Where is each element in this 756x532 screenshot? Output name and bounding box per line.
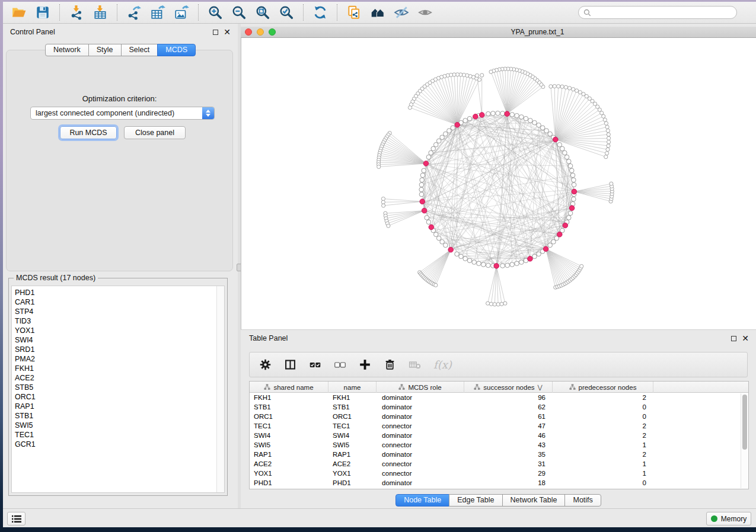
destroy-table-button[interactable] — [409, 358, 421, 371]
tab-style[interactable]: Style — [88, 44, 122, 56]
mcds-result-item[interactable]: RAP1 — [15, 402, 224, 411]
column-header-successor-nodes[interactable]: successor nodes⋁ — [464, 382, 553, 393]
import-table-button[interactable] — [90, 4, 110, 21]
table-cell[interactable]: TEC1 — [250, 421, 328, 431]
table-cell[interactable]: dominator — [377, 478, 464, 488]
zoom-out-button[interactable] — [229, 4, 249, 21]
deselect-all-button[interactable] — [334, 358, 346, 371]
table-cell[interactable]: SWI4 — [250, 431, 328, 440]
network-graph[interactable] — [241, 38, 756, 329]
table-cell[interactable]: 1 — [553, 469, 653, 478]
tab-network[interactable]: Network — [45, 44, 89, 56]
table-row[interactable]: YOX1YOX1connector291 — [250, 469, 748, 478]
table-row[interactable]: SWI5SWI5connector431 — [250, 440, 748, 450]
mcds-result-item[interactable]: TEC1 — [15, 430, 224, 440]
column-header-MCDS-role[interactable]: MCDS role — [377, 382, 464, 393]
table-row[interactable]: ACE2ACE2connector311 — [250, 459, 748, 469]
table-row[interactable]: STB1STB1dominator620 — [250, 402, 748, 412]
memory-button[interactable]: Memory — [706, 512, 751, 525]
table-cell[interactable]: SWI5 — [250, 440, 328, 450]
tab-network-table[interactable]: Network Table — [502, 494, 566, 507]
table-cell[interactable]: 2 — [553, 450, 653, 459]
column-header-name[interactable]: name — [328, 382, 377, 393]
network-view-titlebar[interactable]: YPA_prune.txt_1 — [241, 27, 756, 38]
table-cell[interactable]: connector — [377, 469, 464, 478]
table-cell[interactable]: dominator — [377, 431, 464, 440]
table-cell[interactable]: TEC1 — [328, 421, 377, 431]
node-table[interactable]: shared namenameMCDS rolesuccessor nodes⋁… — [249, 381, 749, 489]
table-cell[interactable]: STB1 — [250, 402, 328, 412]
show-graphics-details-button[interactable] — [415, 4, 435, 21]
select-all-button[interactable] — [309, 358, 321, 371]
table-row[interactable]: FKH1FKH1dominator962 — [250, 393, 748, 402]
table-cell[interactable]: 47 — [464, 421, 553, 431]
table-cell[interactable]: connector — [377, 440, 464, 450]
search-box[interactable] — [578, 6, 737, 19]
mcds-result-item[interactable]: STB5 — [15, 383, 224, 392]
table-settings-button[interactable] — [259, 358, 272, 371]
table-cell[interactable]: 0 — [553, 478, 653, 488]
function-builder-button[interactable]: f(x) — [433, 358, 452, 371]
table-cell[interactable]: 0 — [553, 412, 653, 421]
tab-mcds[interactable]: MCDS — [157, 44, 196, 56]
export-image-button[interactable] — [171, 4, 192, 21]
close-table-panel-icon[interactable]: ✕ — [742, 335, 749, 341]
table-cell[interactable]: RAP1 — [328, 450, 377, 459]
table-cell[interactable]: 29 — [464, 469, 553, 478]
mcds-result-item[interactable]: YOX1 — [15, 326, 224, 335]
mcds-result-list[interactable]: PHD1CAR1STP4TID3YOX1SWI4SRD1PMA2FKH1ACE2… — [11, 286, 225, 493]
table-cell[interactable]: dominator — [377, 412, 464, 421]
zoom-selected-button[interactable] — [276, 4, 296, 21]
mcds-result-item[interactable]: TID3 — [15, 316, 224, 326]
search-input[interactable] — [595, 8, 732, 17]
run-mcds-button[interactable]: Run MCDS — [60, 126, 117, 139]
mcds-result-item[interactable]: ACE2 — [15, 373, 224, 383]
table-cell[interactable]: 61 — [464, 412, 553, 421]
table-cell[interactable]: 31 — [464, 459, 553, 469]
export-table-button[interactable] — [148, 4, 168, 21]
close-panel-icon[interactable]: ✕ — [224, 29, 231, 35]
hide-graphics-details-button[interactable] — [391, 4, 412, 21]
mcds-result-item[interactable]: PMA2 — [15, 354, 224, 364]
table-cell[interactable]: FKH1 — [328, 393, 377, 402]
criterion-dropdown[interactable]: largest connected component (undirected) — [30, 107, 215, 120]
ring-nodes[interactable] — [419, 111, 576, 268]
delete-columns-button[interactable] — [384, 358, 396, 371]
table-cell[interactable]: 62 — [464, 402, 553, 412]
float-table-panel-icon[interactable] — [731, 336, 736, 341]
table-cell[interactable]: SWI5 — [328, 440, 377, 450]
apply-layout-button[interactable] — [310, 4, 330, 21]
table-row[interactable]: SWI4SWI4dominator462 — [250, 431, 748, 440]
table-cell[interactable]: PHD1 — [328, 478, 377, 488]
mcds-result-item[interactable]: ORC1 — [15, 392, 224, 402]
column-header-shared-name[interactable]: shared name — [250, 382, 328, 393]
close-window-icon[interactable] — [245, 28, 252, 36]
maximize-window-icon[interactable] — [269, 28, 276, 36]
table-cell[interactable]: ORC1 — [328, 412, 377, 421]
table-scrollbar[interactable] — [741, 393, 748, 488]
table-cell[interactable]: 96 — [464, 393, 553, 402]
open-file-button[interactable] — [9, 4, 29, 21]
tab-edge-table[interactable]: Edge Table — [449, 494, 502, 507]
network-canvas[interactable] — [241, 38, 756, 329]
table-cell[interactable]: dominator — [377, 402, 464, 412]
mcds-result-item[interactable]: SWI4 — [15, 335, 224, 345]
mcds-result-item[interactable]: STB1 — [15, 411, 224, 421]
table-cell[interactable]: YOX1 — [328, 469, 377, 478]
table-cell[interactable]: connector — [377, 421, 464, 431]
zoom-in-button[interactable] — [205, 4, 225, 21]
save-session-button[interactable] — [33, 4, 53, 21]
close-panel-button[interactable]: Close panel — [124, 126, 186, 139]
table-cell[interactable]: 2 — [553, 421, 653, 431]
table-row[interactable]: RAP1RAP1dominator352 — [250, 450, 748, 459]
table-scrollbar-thumb[interactable] — [742, 395, 747, 450]
tab-node-table[interactable]: Node Table — [395, 494, 449, 507]
table-cell[interactable]: 2 — [553, 431, 653, 440]
export-network-button[interactable] — [124, 4, 144, 21]
table-cell[interactable]: connector — [377, 459, 464, 469]
float-panel-icon[interactable] — [213, 30, 218, 35]
table-cell[interactable]: RAP1 — [250, 450, 328, 459]
tab-select[interactable]: Select — [121, 44, 158, 56]
table-cell[interactable]: 43 — [464, 440, 553, 450]
table-cell[interactable]: dominator — [377, 450, 464, 459]
